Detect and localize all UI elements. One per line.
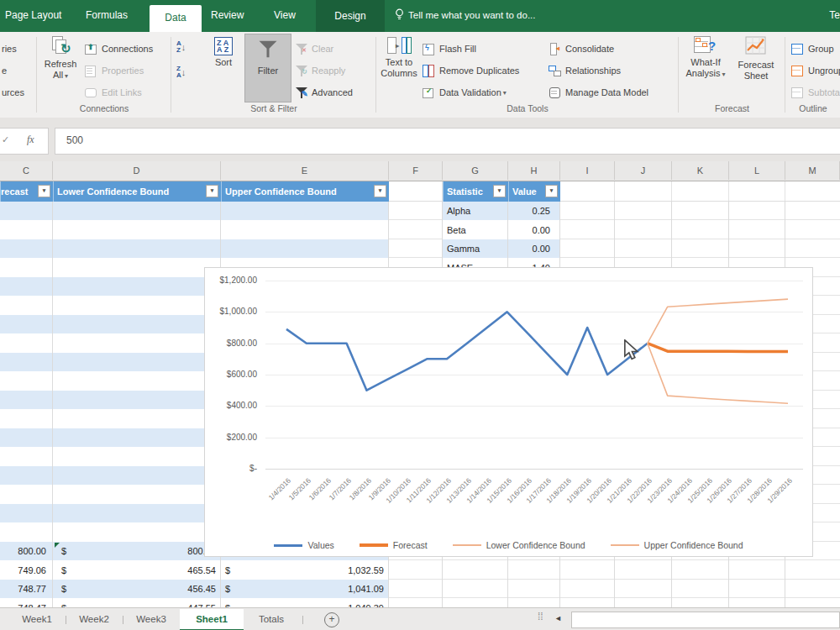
filter-button-active[interactable]: Filter	[244, 34, 291, 102]
cropped-button-table[interactable]: e	[2, 60, 7, 81]
filter-dropdown-icon[interactable]: ▾	[493, 185, 506, 197]
tab-review[interactable]: Review	[211, 9, 244, 21]
column-header[interactable]: M	[785, 161, 840, 180]
scroll-left-icon[interactable]: ◄	[554, 614, 562, 622]
consolidate-button[interactable]: ◂ Consolidate	[549, 39, 614, 59]
text-to-columns-button[interactable]: ▸ Text to Columns	[379, 35, 419, 79]
cell-currency-symbol[interactable]: $	[61, 542, 71, 560]
tab-formulas[interactable]: Formulas	[86, 9, 128, 21]
group-button[interactable]: Group	[791, 39, 834, 59]
cell-currency-symbol[interactable]: $	[61, 561, 71, 580]
legend-item[interactable]: Upper Confidence Bound	[611, 540, 743, 550]
legend-item[interactable]: Lower Confidence Bound	[453, 540, 585, 550]
column-header[interactable]: I	[560, 161, 615, 180]
table-header-upper-bound[interactable]: Upper Confidence Bound▾	[221, 181, 389, 202]
data-validation-button[interactable]: ✓ Data Validation ▾	[423, 82, 507, 102]
relationships-button[interactable]: Relationships	[549, 60, 621, 81]
sheet-tab-sheet1[interactable]: Sheet1	[180, 609, 244, 630]
sheet-tab-week3[interactable]: Week3	[123, 609, 180, 630]
what-if-analysis-button[interactable]: ? What-If Analysis▾	[683, 35, 728, 80]
cell-forecast-value[interactable]: 749.06	[0, 561, 46, 580]
filter-dropdown-icon[interactable]: ▾	[374, 185, 386, 197]
column-header[interactable]: K	[672, 161, 729, 180]
sort-az-button[interactable]: AZ ↓	[176, 37, 186, 57]
sort-button[interactable]: Z A A Z Sort	[206, 35, 241, 68]
cell-currency-symbol[interactable]: $	[225, 580, 235, 598]
flash-fill-button[interactable]: ϟ Flash Fill	[423, 39, 476, 59]
fx-icon[interactable]: fx	[27, 134, 34, 146]
forecast-chart[interactable]: $1,200.00$1,000.00$800.00$600.00$400.00$…	[204, 267, 813, 557]
clear-filter-button[interactable]: ✕ Clear	[295, 39, 333, 59]
cell-currency-symbol[interactable]: $	[61, 580, 71, 598]
stat-name-cell[interactable]: Beta	[447, 221, 506, 239]
filter-dropdown-icon[interactable]: ▾	[206, 185, 218, 197]
column-header[interactable]: G	[443, 161, 508, 180]
column-header[interactable]: E	[221, 161, 389, 180]
column-header[interactable]: D	[53, 161, 221, 180]
edit-links-button[interactable]: Edit Links	[85, 82, 142, 102]
subtotal-button[interactable]: Subtotal	[791, 82, 840, 102]
cell-currency-symbol[interactable]: $	[225, 599, 235, 608]
sheet-tab-totals[interactable]: Totals	[244, 609, 299, 630]
connections-button[interactable]: ⬆ Connections	[85, 39, 153, 59]
sort-za-button[interactable]: ZA ↓	[176, 62, 186, 82]
column-header[interactable]: H	[508, 161, 560, 180]
tab-data-active[interactable]: Data	[150, 5, 202, 32]
tab-design-contextual[interactable]: Design	[316, 0, 385, 32]
reapply-filter-button[interactable]: ↻ Reapply	[295, 60, 345, 81]
formula-input[interactable]: 500	[55, 128, 840, 155]
gridline-vertical	[52, 202, 53, 607]
column-header[interactable]: J	[615, 161, 672, 180]
remove-duplicates-button[interactable]: Remove Duplicates	[423, 60, 519, 81]
cell-currency-symbol[interactable]: $	[61, 599, 71, 608]
cell-lower-bound-value[interactable]: 447.55	[134, 599, 216, 608]
legend-item[interactable]: Values	[274, 540, 333, 550]
enter-check-icon[interactable]: ✓	[2, 134, 9, 145]
forecast-sheet-button[interactable]: Forecast Sheet	[732, 35, 780, 81]
tab-splitter-icon[interactable]: ⁞⁞	[538, 611, 543, 622]
table-header-lower-bound[interactable]: Lower Confidence Bound▾	[53, 181, 221, 202]
sheet-tab-divider	[302, 616, 303, 624]
cell-upper-bound-value[interactable]: 1,041.09	[298, 580, 384, 598]
tab-view[interactable]: View	[274, 9, 296, 21]
column-header[interactable]: F	[389, 161, 443, 180]
stat-name-cell[interactable]: Alpha	[447, 202, 506, 220]
advanced-filter-button[interactable]: ✎ Advanced	[295, 82, 353, 102]
horizontal-scrollbar[interactable]	[571, 612, 840, 628]
stat-name-cell[interactable]: Gamma	[447, 239, 506, 258]
cropped-button-queries[interactable]: ries	[2, 39, 17, 59]
cell-upper-bound-value[interactable]: 1,049.39	[298, 599, 384, 608]
mouse-cursor	[623, 339, 642, 360]
gridline-vertical	[671, 181, 672, 202]
filter-dropdown-icon[interactable]: ▾	[545, 185, 558, 197]
cell-forecast-value[interactable]: 800.00	[0, 542, 46, 560]
column-header[interactable]: C	[0, 161, 53, 180]
table-header-forecast[interactable]: recast▾	[0, 181, 53, 202]
tab-page-layout[interactable]: Page Layout	[5, 9, 61, 21]
ungroup-button[interactable]: Ungroup	[791, 60, 840, 81]
stat-value-cell[interactable]: 0.00	[508, 221, 555, 239]
legend-item[interactable]: Forecast	[360, 540, 428, 550]
cell-forecast-value[interactable]: 748.47	[0, 599, 46, 608]
refresh-all-button[interactable]: ↻ Refresh All▾	[39, 35, 81, 81]
cell-upper-bound-value[interactable]: 1,032.59	[298, 561, 384, 580]
properties-button[interactable]: Properties	[85, 60, 144, 81]
table-header-value[interactable]: Value▾	[508, 181, 560, 202]
cell-lower-bound-value[interactable]: 456.45	[134, 580, 216, 598]
refresh-all-icon: ↻	[50, 35, 71, 59]
sheet-tab-week2[interactable]: Week2	[66, 609, 123, 630]
manage-data-model-button[interactable]: Manage Data Model	[549, 82, 648, 102]
sheet-tab-week1[interactable]: Week1	[8, 609, 66, 630]
cell-forecast-value[interactable]: 748.77	[0, 580, 46, 598]
tell-me-box[interactable]: Tell me what you want to do...	[395, 8, 536, 21]
stat-value-cell[interactable]: 0.00	[508, 239, 555, 258]
table-header-statistic[interactable]: Statistic▾	[443, 181, 508, 202]
cropped-button-sources[interactable]: urces	[2, 82, 24, 102]
cell-lower-bound-value[interactable]: 465.54	[134, 561, 216, 580]
add-sheet-button[interactable]: +	[324, 612, 339, 627]
filter-dropdown-icon[interactable]: ▾	[38, 185, 50, 197]
cell-currency-symbol[interactable]: $	[225, 561, 235, 580]
stat-value-cell[interactable]: 0.25	[508, 202, 555, 220]
account-name-partial[interactable]: Te	[829, 9, 840, 21]
column-header[interactable]: L	[729, 161, 785, 180]
